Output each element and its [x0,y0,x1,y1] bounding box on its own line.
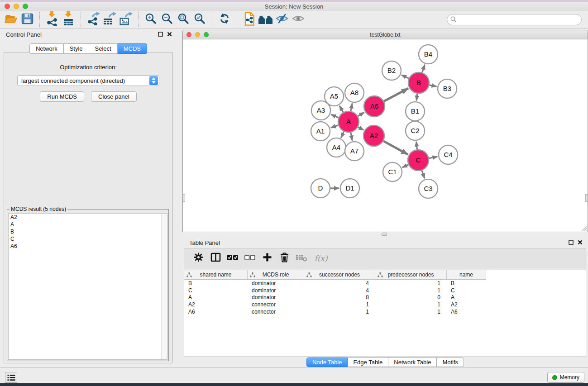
graph-edge-A-A4[interactable] [341,132,344,138]
graph-node-A6[interactable]: A6 [364,96,385,117]
graph-node-D1[interactable]: D1 [340,179,359,198]
import-table-button[interactable] [60,11,76,28]
column-header-shared-name[interactable]: shared name [184,270,248,279]
open-session-button[interactable] [3,11,19,28]
graph-edge-A-A8[interactable] [351,104,352,111]
graph-node-B1[interactable]: B1 [406,102,425,121]
refresh-button[interactable] [216,11,233,28]
table-row[interactable]: Adominator80A [184,294,586,301]
graph-node-A5[interactable]: A5 [325,87,344,106]
close-panel-button[interactable]: Close panel [91,91,137,102]
graph-edge-C-C2[interactable] [416,142,417,149]
graph-edge-C-C4[interactable] [429,157,438,158]
graph-node-B3[interactable]: B3 [438,79,457,98]
delete-table-button[interactable] [294,251,309,266]
show-all-networks-button[interactable] [258,11,274,28]
graph-node-C4[interactable]: C4 [439,145,458,164]
graph-node-B2[interactable]: B2 [382,61,401,80]
graph-node-C2[interactable]: C2 [406,121,425,140]
table-row[interactable]: Bdominator41B [184,280,586,287]
table-row[interactable]: Cdominator41C [184,287,586,294]
graph-edge-A-A1[interactable] [331,125,339,128]
graph-node-A4[interactable]: A4 [327,138,346,157]
tab-network-table[interactable]: Network Table [388,357,437,367]
graph-node-C3[interactable]: C3 [419,179,438,198]
graph-edge-C-C1[interactable] [402,165,408,167]
close-panel-icon[interactable] [167,30,172,38]
splitter-grip-right[interactable] [585,194,588,202]
tab-network[interactable]: Network [29,43,64,54]
task-history-button[interactable] [5,372,17,383]
network-canvas[interactable]: AA1A2A3A4A5A6A7A8BB1B2B3B4CC1C2C3C4DD1 [183,39,588,232]
graph-edge-B-B4[interactable] [422,65,425,72]
zoom-in-button[interactable] [143,11,159,28]
tab-motifs[interactable]: Motifs [437,357,464,367]
column-header-name[interactable]: name [447,270,486,279]
table-row[interactable]: A6connector11A6 [184,308,586,315]
graph-node-D[interactable]: D [311,179,330,198]
hide-selected-button[interactable] [274,11,290,28]
graph-edge-A6-B[interactable] [384,88,408,101]
close-table-panel-icon[interactable] [578,238,583,247]
import-network-button[interactable] [44,11,60,28]
network-window-titlebar[interactable]: testGlobe.txt [183,30,588,39]
deselect-all-button[interactable] [242,251,258,266]
export-network-button[interactable] [85,11,101,28]
export-table-button[interactable] [101,11,118,28]
search-input[interactable] [447,14,582,25]
zoom-out-button[interactable] [159,11,175,28]
zoom-selected-button[interactable] [191,11,208,28]
float-panel-icon[interactable] [158,30,163,38]
graph-edge-C-C3[interactable] [422,171,425,179]
run-mcds-button[interactable]: Run MCDS [40,91,84,102]
add-column-button[interactable] [259,251,275,266]
table-row[interactable]: A2connector11A2 [184,301,586,308]
tab-node-table[interactable]: Node Table [306,357,348,367]
table-settings-button[interactable] [191,251,206,266]
column-header-predecessor-nodes[interactable]: predecessor nodes [375,270,447,279]
graph-edge-A-A7[interactable] [351,133,353,141]
graph-node-A8[interactable]: A8 [345,83,364,102]
save-session-button[interactable] [19,11,35,28]
graph-edge-B-B3[interactable] [430,85,437,86]
mcds-result-item[interactable]: A [9,221,167,228]
graph-node-B4[interactable]: B4 [419,45,438,64]
graph-edge-A-A6[interactable] [358,112,364,116]
select-all-button[interactable] [225,251,240,266]
mcds-result-item[interactable]: C [9,235,167,243]
graph-edge-A-A3[interactable] [331,114,339,118]
graph-edge-A2-C[interactable] [383,141,408,155]
tab-edge-table[interactable]: Edge Table [348,357,388,367]
zoom-fit-button[interactable] [175,11,191,28]
column-header-successor-nodes[interactable]: successor nodes [304,270,375,279]
panel-divider-grip[interactable] [382,233,387,236]
splitter-grip-left[interactable] [183,194,185,202]
graph-edge-B-B2[interactable] [402,75,409,78]
resize-corner-icon[interactable] [581,225,587,231]
mcds-result-item[interactable]: B [9,228,167,235]
memory-button[interactable]: Memory [547,372,584,383]
tab-mcds[interactable]: MCDS [118,43,147,54]
mcds-result-item[interactable]: A6 [9,243,167,250]
tab-style[interactable]: Style [64,43,89,54]
show-hidden-button[interactable] [290,11,306,28]
column-header-MCDS-role[interactable]: MCDS role [248,270,304,279]
show-columns-button[interactable] [208,251,223,266]
graph-edge-B-B1[interactable] [416,94,417,100]
graph-node-A2[interactable]: A2 [363,125,384,146]
graph-node-B[interactable]: B [408,72,429,93]
graph-node-C1[interactable]: C1 [383,162,402,181]
graph-node-C[interactable]: C [408,150,429,171]
criterion-select[interactable]: largest connected component (directed) [17,75,159,86]
graph-node-A1[interactable]: A1 [311,122,330,141]
result-list-scrollbar[interactable] [161,214,167,359]
graph-edge-A-A5[interactable] [339,106,343,112]
delete-column-button[interactable] [277,251,292,266]
graph-edge-A-A2[interactable] [358,127,363,130]
tab-select[interactable]: Select [89,43,118,54]
mcds-result-item[interactable]: A2 [9,214,167,221]
graph-node-A7[interactable]: A7 [345,142,364,161]
float-table-panel-icon[interactable] [569,238,574,247]
export-image-button[interactable] [118,11,134,28]
graph-node-A[interactable]: A [338,111,359,132]
